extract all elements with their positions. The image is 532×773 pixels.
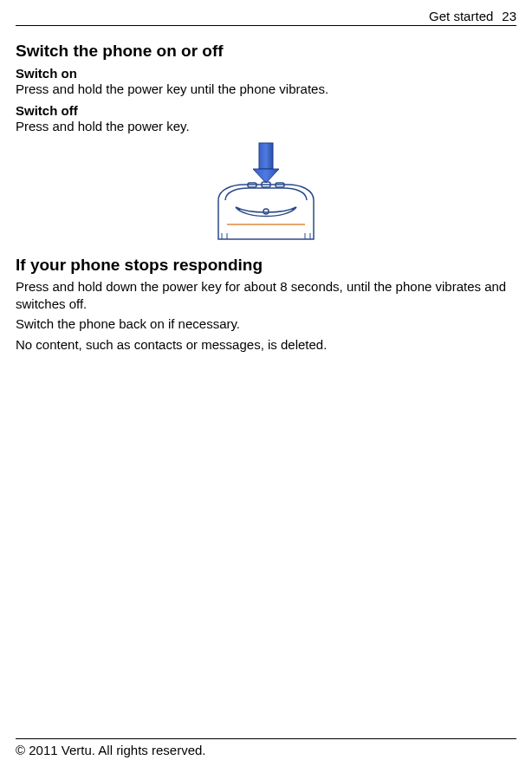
header-page-number: 23 bbox=[502, 9, 516, 23]
subheading-switch-on: Switch on bbox=[16, 66, 516, 81]
text-stops-responding-1: Press and hold down the power key for ab… bbox=[16, 278, 516, 312]
illustration-container bbox=[16, 140, 516, 244]
page-footer: © 2011 Vertu. All rights reserved. bbox=[16, 738, 516, 757]
header-section-name: Get started bbox=[429, 9, 493, 23]
subheading-switch-off: Switch off bbox=[16, 103, 516, 118]
text-switch-on: Press and hold the power key until the p… bbox=[16, 81, 516, 98]
svg-marker-1 bbox=[253, 169, 279, 183]
page-content: Switch the phone on or off Switch on Pre… bbox=[16, 26, 516, 353]
heading-phone-stops-responding: If your phone stops responding bbox=[16, 256, 516, 275]
text-stops-responding-2: Switch the phone back on if necessary. bbox=[16, 315, 516, 333]
text-stops-responding-3: No content, such as contacts or messages… bbox=[16, 336, 516, 354]
page-header: Get started 23 bbox=[16, 9, 516, 26]
copyright-text: © 2011 Vertu. All rights reserved. bbox=[16, 743, 206, 757]
text-switch-off: Press and hold the power key. bbox=[16, 118, 516, 135]
heading-switch-phone: Switch the phone on or off bbox=[16, 42, 516, 61]
svg-point-5 bbox=[263, 209, 269, 214]
phone-power-key-illustration-icon bbox=[201, 140, 331, 244]
svg-rect-0 bbox=[259, 143, 273, 169]
